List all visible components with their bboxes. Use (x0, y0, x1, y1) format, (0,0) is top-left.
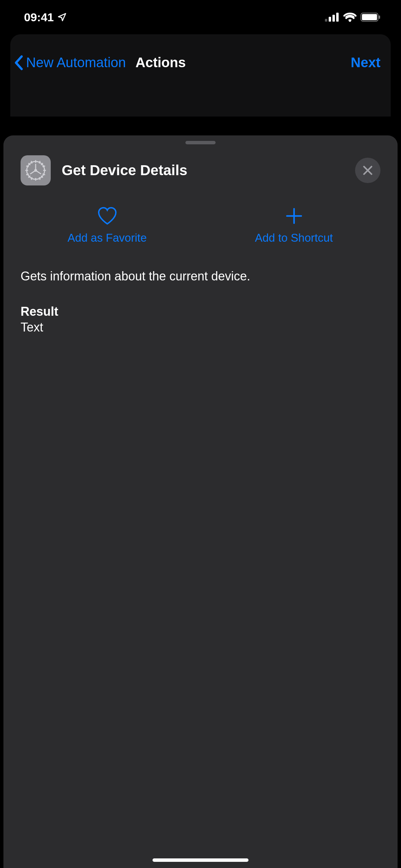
status-time: 09:41 (24, 11, 67, 24)
status-indicators (325, 12, 380, 22)
svg-rect-6 (362, 14, 377, 20)
home-indicator[interactable] (153, 858, 248, 862)
favorite-label: Add as Favorite (68, 231, 147, 244)
svg-rect-7 (379, 15, 380, 19)
add-favorite-button[interactable]: Add as Favorite (14, 206, 200, 244)
nav-panel: New Automation Actions Next (10, 34, 391, 117)
svg-line-28 (31, 170, 36, 174)
svg-rect-2 (332, 15, 335, 22)
heart-icon (97, 207, 118, 225)
gear-icon (25, 160, 46, 181)
battery-icon (361, 13, 380, 22)
sheet-header: Get Device Details (3, 155, 398, 185)
result-value: Text (21, 320, 380, 335)
action-description: Gets information about the current devic… (3, 268, 398, 284)
settings-app-icon (21, 155, 51, 185)
wifi-icon (343, 12, 356, 22)
svg-point-4 (349, 20, 351, 22)
actions-row: Add as Favorite Add to Shortcut (3, 206, 398, 244)
status-bar: 09:41 (0, 0, 401, 34)
chevron-left-icon (14, 55, 23, 70)
close-button[interactable] (355, 158, 380, 183)
cellular-icon (325, 13, 339, 22)
add-shortcut-button[interactable]: Add to Shortcut (200, 206, 387, 244)
sheet-title: Get Device Details (62, 162, 344, 179)
sheet-grabber[interactable] (185, 141, 216, 144)
page-title: Actions (135, 55, 186, 70)
shortcut-label: Add to Shortcut (255, 231, 333, 244)
time-label: 09:41 (24, 11, 54, 24)
action-sheet: Get Device Details Add as Favorite (3, 135, 398, 868)
result-section: Result Text (3, 304, 398, 335)
svg-rect-3 (336, 13, 339, 22)
svg-rect-0 (325, 19, 327, 22)
location-icon (57, 12, 67, 22)
plus-icon (285, 207, 303, 225)
result-heading: Result (21, 304, 380, 319)
svg-line-27 (36, 170, 41, 174)
back-label: New Automation (26, 55, 126, 70)
back-button[interactable]: New Automation (14, 55, 126, 70)
close-icon (363, 165, 373, 176)
next-button[interactable]: Next (351, 55, 380, 70)
svg-rect-1 (329, 17, 331, 22)
